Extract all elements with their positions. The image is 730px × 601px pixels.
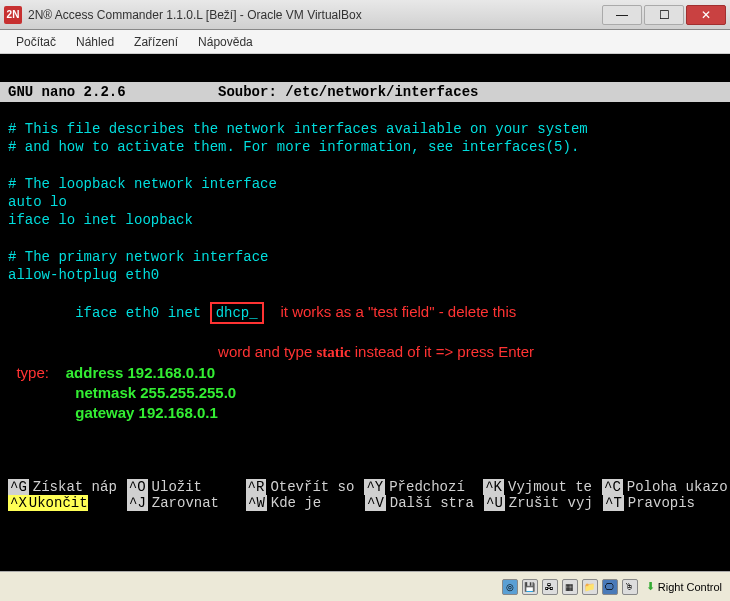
shortcut-label: Získat náp bbox=[29, 479, 117, 495]
arrow-down-icon: ⬇ bbox=[646, 580, 655, 593]
network-icon[interactable]: 🖧 bbox=[542, 579, 558, 595]
nano-body[interactable]: # This file describes the network interf… bbox=[0, 102, 730, 424]
nano-header: GNU nano 2.2.6 Soubor: /etc/network/inte… bbox=[0, 82, 730, 102]
menubar: Počítač Náhled Zařízení Nápověda bbox=[0, 30, 730, 54]
shortcut-label: Uložit bbox=[148, 479, 202, 495]
shortcut: ^K Vyjmout te bbox=[483, 479, 602, 495]
comment-line: # This file describes the network interf… bbox=[8, 120, 722, 138]
usb-icon[interactable]: ▦ bbox=[562, 579, 578, 595]
config-line: iface lo inet loopback bbox=[8, 211, 722, 229]
comment-line: # The primary network interface bbox=[8, 248, 722, 266]
annotation-static: static bbox=[316, 344, 350, 360]
config-line-prefix: iface eth0 inet bbox=[75, 305, 209, 321]
annotation-gateway: gateway 192.168.0.1 bbox=[75, 404, 218, 421]
disk-icon[interactable]: 💾 bbox=[522, 579, 538, 595]
shortcut-label: Otevřít so bbox=[266, 479, 354, 495]
shortcut-key: ^W bbox=[246, 495, 267, 511]
shortcut-label: Další stra bbox=[386, 495, 474, 511]
shortcut-key: ^Y bbox=[364, 479, 385, 495]
vm-window: 2N 2N® Access Commander 1.1.0.L [Beží] -… bbox=[0, 0, 730, 601]
shortcut-key: ^X bbox=[8, 495, 29, 511]
app-icon: 2N bbox=[4, 6, 22, 24]
shortcut-label: Vyjmout te bbox=[504, 479, 592, 495]
shortcut-key: ^K bbox=[483, 479, 504, 495]
shortcut-key: ^U bbox=[484, 495, 505, 511]
config-line: allow-hotplug eth0 bbox=[8, 266, 722, 284]
menu-zarizeni[interactable]: Zařízení bbox=[124, 32, 188, 52]
shortcut-key: ^T bbox=[603, 495, 624, 511]
annotation-text: word and type bbox=[218, 343, 316, 360]
shortcut-key: ^C bbox=[602, 479, 623, 495]
storage-icon[interactable]: ◎ bbox=[502, 579, 518, 595]
nano-footer: ^G Získat náp^O Uložit^R Otevřít so^Y Př… bbox=[0, 479, 730, 511]
comment-line: # and how to activate them. For more inf… bbox=[8, 138, 722, 156]
statusbar: ◎ 💾 🖧 ▦ 📁 🖵 🖰 ⬇ Right Control bbox=[0, 571, 730, 601]
window-controls: — ☐ ✕ bbox=[602, 5, 726, 25]
host-key-indicator: ⬇ Right Control bbox=[646, 580, 722, 593]
comment-line: # The loopback network interface bbox=[8, 175, 722, 193]
menu-napoveda[interactable]: Nápověda bbox=[188, 32, 263, 52]
shortcut-label: Zarovnat bbox=[148, 495, 219, 511]
shortcut: ^Y Předchozí bbox=[364, 479, 483, 495]
menu-nahled[interactable]: Náhled bbox=[66, 32, 124, 52]
shortcut-row: ^G Získat náp^O Uložit^R Otevřít so^Y Př… bbox=[8, 479, 722, 495]
display-icon[interactable]: 🖵 bbox=[602, 579, 618, 595]
terminal[interactable]: GNU nano 2.2.6 Soubor: /etc/network/inte… bbox=[0, 54, 730, 541]
shortcut: ^T Pravopis bbox=[603, 495, 722, 511]
shared-icon[interactable]: 📁 bbox=[582, 579, 598, 595]
shortcut: ^W Kde je bbox=[246, 495, 365, 511]
nano-version: GNU nano 2.2.6 bbox=[8, 84, 218, 100]
annotation-text: instead of it => press Enter bbox=[351, 343, 534, 360]
shortcut-key: ^J bbox=[127, 495, 148, 511]
annotation-address: address 192.168.0.10 bbox=[66, 364, 215, 381]
window-title: 2N® Access Commander 1.1.0.L [Beží] - Or… bbox=[28, 8, 602, 22]
shortcut: ^R Otevřít so bbox=[246, 479, 365, 495]
shortcut-key: ^G bbox=[8, 479, 29, 495]
shortcut-key: ^R bbox=[246, 479, 267, 495]
nano-file-path: /etc/network/interfaces bbox=[285, 84, 478, 100]
close-button[interactable]: ✕ bbox=[686, 5, 726, 25]
mouse-icon[interactable]: 🖰 bbox=[622, 579, 638, 595]
shortcut: ^O Uložit bbox=[127, 479, 246, 495]
shortcut-label: Předchozí bbox=[385, 479, 465, 495]
shortcut: ^G Získat náp bbox=[8, 479, 127, 495]
shortcut-label: Kde je bbox=[267, 495, 321, 511]
menu-pocitac[interactable]: Počítač bbox=[6, 32, 66, 52]
shortcut-label: Poloha ukazo bbox=[623, 479, 728, 495]
shortcut-row: ^X Ukončit^J Zarovnat^W Kde je^V Další s… bbox=[8, 495, 722, 511]
shortcut: ^U Zrušit vyj bbox=[484, 495, 603, 511]
config-line: auto lo bbox=[8, 193, 722, 211]
shortcut-key: ^V bbox=[365, 495, 386, 511]
dhcp-highlight-box: dhcp_ bbox=[210, 302, 264, 324]
maximize-button[interactable]: ☐ bbox=[644, 5, 684, 25]
shortcut: ^X Ukončit bbox=[8, 495, 127, 511]
shortcut-label: Ukončit bbox=[29, 495, 88, 511]
annotation-netmask: netmask 255.255.255.0 bbox=[75, 384, 236, 401]
annotation-text: it works as a "test field" - delete this bbox=[280, 303, 516, 320]
shortcut: ^C Poloha ukazo bbox=[602, 479, 722, 495]
shortcut-label: Zrušit vyj bbox=[505, 495, 593, 511]
shortcut: ^J Zarovnat bbox=[127, 495, 246, 511]
shortcut: ^V Další stra bbox=[365, 495, 484, 511]
minimize-button[interactable]: — bbox=[602, 5, 642, 25]
shortcut-key: ^O bbox=[127, 479, 148, 495]
type-label: type: bbox=[16, 364, 49, 381]
titlebar[interactable]: 2N 2N® Access Commander 1.1.0.L [Beží] -… bbox=[0, 0, 730, 30]
shortcut-label: Pravopis bbox=[624, 495, 695, 511]
nano-file-label: Soubor: bbox=[218, 84, 277, 100]
